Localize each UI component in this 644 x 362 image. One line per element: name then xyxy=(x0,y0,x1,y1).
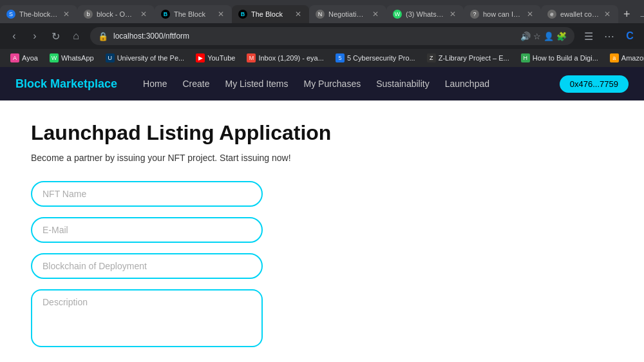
bookmark-amazon[interactable]: a Amazon.co.uk – On... xyxy=(605,52,644,64)
nav-launchpad[interactable]: Launchpad xyxy=(445,79,489,89)
bookmark-uni-icon: U xyxy=(106,53,115,62)
bookmark-whatsapp[interactable]: W WhatsApp xyxy=(44,52,99,64)
bookmark-cyber[interactable]: 5 5 Cybersecurity Pro... xyxy=(330,52,421,64)
bookmark-cyber-label: 5 Cybersecurity Pro... xyxy=(347,54,415,62)
tab-6-close[interactable]: ✕ xyxy=(448,8,457,20)
blockchain-input[interactable] xyxy=(31,253,263,279)
bookmark-youtube[interactable]: ▶ YouTube xyxy=(191,52,240,64)
bookmark-wa-icon: W xyxy=(50,53,59,62)
tab-2-icon: b xyxy=(84,10,93,19)
bookmark-wa-label: WhatsApp xyxy=(61,54,94,62)
bookmark-ayoa-label: Ayoa xyxy=(22,54,38,62)
bookmark-amazon-icon: a xyxy=(610,53,619,62)
collections-btn[interactable]: ⋯ xyxy=(600,27,618,45)
bookmark-zlib[interactable]: Z Z-Library Project – E... xyxy=(422,52,515,64)
browser-actions: ☰ ⋯ C xyxy=(580,27,639,45)
tab-2-label: block - Oven... xyxy=(97,10,135,18)
profile-icon[interactable]: 👤 xyxy=(544,32,554,41)
lock-icon: 🔒 xyxy=(98,32,108,41)
tab-6[interactable]: W (3) WhatsApp... ✕ xyxy=(386,5,464,23)
tab-6-icon: W xyxy=(393,10,402,19)
tab-5-label: Negotiation... xyxy=(328,10,367,18)
nav-purchases[interactable]: My Purchases xyxy=(304,79,361,89)
bookmark-yt-label: YouTube xyxy=(207,54,235,62)
tab-1-close[interactable]: ✕ xyxy=(62,8,71,20)
address-bar[interactable]: 🔒 localhost:3000/nftform 🔊 ☆ 👤 🧩 xyxy=(90,27,574,45)
bookmark-inbox-label: Inbox (1,209) - eya... xyxy=(258,54,324,62)
tab-1[interactable]: S The-block/s... ✕ xyxy=(0,5,77,23)
bookmark-inbox[interactable]: M Inbox (1,209) - eya... xyxy=(242,52,329,64)
tab-8-close[interactable]: ✕ xyxy=(603,8,612,20)
tab-4[interactable]: B The Block ✕ xyxy=(232,5,309,23)
nav-sustainability[interactable]: Sustainability xyxy=(376,79,430,89)
bookmark-uni-label: University of the Pe... xyxy=(117,54,185,62)
tab-7-close[interactable]: ✕ xyxy=(526,8,535,20)
main-content: Launchpad Listing Application Become a p… xyxy=(0,100,644,362)
tab-7[interactable]: ? how can I co... ✕ xyxy=(464,5,541,23)
nft-name-group xyxy=(31,181,613,207)
nav-home[interactable]: Home xyxy=(143,79,167,89)
new-tab-button[interactable]: + xyxy=(618,5,636,23)
tab-3-icon: B xyxy=(161,10,170,19)
description-textarea[interactable] xyxy=(31,289,263,347)
email-group xyxy=(31,217,613,243)
tab-8-label: ewallet conn... xyxy=(560,10,599,18)
tab-8[interactable]: e ewallet conn... ✕ xyxy=(541,5,618,23)
tab-7-label: how can I co... xyxy=(483,10,522,18)
tab-3-close[interactable]: ✕ xyxy=(216,8,225,20)
tab-1-icon: S xyxy=(6,10,15,19)
bookmark-inbox-icon: M xyxy=(247,53,256,62)
star-icon[interactable]: ☆ xyxy=(533,32,541,41)
bookmark-uni[interactable]: U University of the Pe... xyxy=(100,52,190,64)
back-button[interactable]: ‹ xyxy=(5,27,23,45)
read-aloud-icon[interactable]: 🔊 xyxy=(520,32,531,41)
bookmark-cyber-icon: 5 xyxy=(336,53,345,62)
bookmark-ayoa[interactable]: A Ayoa xyxy=(5,52,43,64)
email-input[interactable] xyxy=(31,217,263,243)
tab-6-label: (3) WhatsApp... xyxy=(406,10,444,18)
page-title: Launchpad Listing Application xyxy=(31,121,613,145)
minimize-button[interactable]: ─ xyxy=(636,9,644,23)
bookmark-zlib-icon: Z xyxy=(427,53,436,62)
bookmark-zlib-label: Z-Library Project – E... xyxy=(439,54,509,62)
tab-5[interactable]: N Negotiation... ✕ xyxy=(309,5,386,23)
sidebar-toggle[interactable]: ☰ xyxy=(580,27,598,45)
extension-icon[interactable]: 🧩 xyxy=(556,32,567,41)
tab-5-close[interactable]: ✕ xyxy=(371,8,380,20)
nav-listed-items[interactable]: My Listed Items xyxy=(225,79,288,89)
wallet-button[interactable]: 0x476...7759 xyxy=(560,75,629,93)
tab-3-label: The Block xyxy=(174,10,213,18)
home-button[interactable]: ⌂ xyxy=(67,27,85,45)
reload-button[interactable]: ↻ xyxy=(46,27,64,45)
tab-3[interactable]: B The Block ✕ xyxy=(155,5,232,23)
nav-buttons: ‹ › ↻ ⌂ xyxy=(5,27,85,45)
address-text: localhost:3000/nftform xyxy=(113,32,515,41)
tab-4-icon: B xyxy=(238,10,247,19)
bookmark-digi-label: How to Build a Digi... xyxy=(533,54,598,62)
blockchain-group xyxy=(31,253,613,279)
address-bar-row: ‹ › ↻ ⌂ 🔒 localhost:3000/nftform 🔊 ☆ 👤 🧩… xyxy=(0,23,644,49)
tab-4-label: The Block xyxy=(251,10,290,18)
address-icons: 🔊 ☆ 👤 🧩 xyxy=(520,32,567,41)
tab-2-close[interactable]: ✕ xyxy=(139,8,148,20)
nft-name-input[interactable] xyxy=(31,181,263,207)
brand-logo[interactable]: Block Marketplace xyxy=(15,77,117,91)
bookmark-digi-icon: H xyxy=(521,53,530,62)
tab-2[interactable]: b block - Oven... ✕ xyxy=(77,5,155,23)
description-group xyxy=(31,289,613,350)
forward-button[interactable]: › xyxy=(26,27,44,45)
browser-chrome: S The-block/s... ✕ b block - Oven... ✕ B… xyxy=(0,0,644,67)
nav-links: Home Create My Listed Items My Purchases… xyxy=(143,79,560,89)
bookmark-digi[interactable]: H How to Build a Digi... xyxy=(516,52,603,64)
bookmarks-bar: A Ayoa W WhatsApp U University of the Pe… xyxy=(0,49,644,67)
bookmark-yt-icon: ▶ xyxy=(196,53,205,62)
tab-4-close[interactable]: ✕ xyxy=(294,8,303,20)
tab-bar: S The-block/s... ✕ b block - Oven... ✕ B… xyxy=(0,0,644,23)
launchpad-form: Send xyxy=(31,181,613,362)
page-subtitle: Become a partner by issuing your NFT pro… xyxy=(31,153,613,163)
copilot-btn[interactable]: C xyxy=(621,27,639,45)
tab-1-label: The-block/s... xyxy=(19,10,58,18)
nav-create[interactable]: Create xyxy=(182,79,209,89)
bookmark-amazon-label: Amazon.co.uk – On... xyxy=(621,54,644,62)
navbar: Block Marketplace Home Create My Listed … xyxy=(0,67,644,100)
